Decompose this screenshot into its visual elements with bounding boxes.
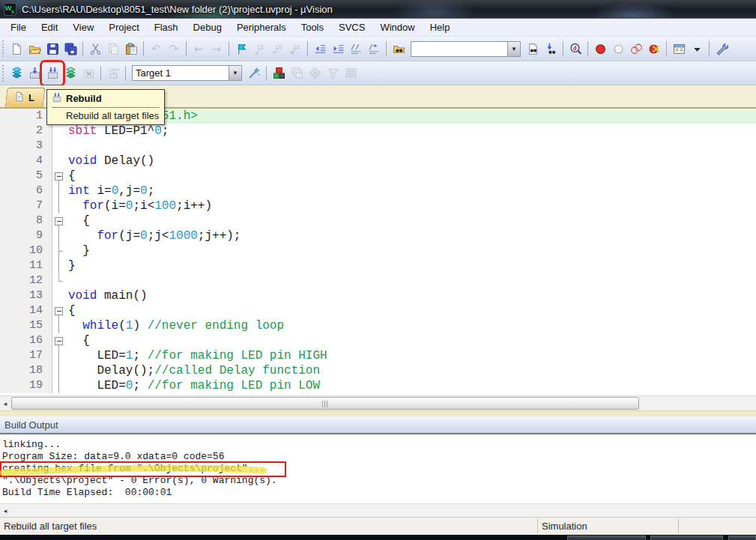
line-number: 10 xyxy=(0,243,52,258)
cut-icon[interactable] xyxy=(86,39,104,58)
fold-toggle-icon[interactable] xyxy=(52,169,65,183)
build-icon[interactable] xyxy=(25,64,43,83)
navigate-back-icon[interactable]: ← xyxy=(190,39,208,58)
fold-line xyxy=(52,288,65,303)
build-output-header: Build Output xyxy=(0,416,756,434)
target-combo[interactable]: Target 1▼ xyxy=(132,65,242,81)
svg-text:s: s xyxy=(11,8,14,15)
window-list-icon[interactable] xyxy=(670,39,688,58)
toolbar-grip[interactable] xyxy=(1,40,6,57)
diamond-icon[interactable] xyxy=(306,64,324,83)
scroll-left-button[interactable]: ◂ xyxy=(0,505,10,517)
search-combo-dropdown-button[interactable]: ▼ xyxy=(507,42,520,56)
menu-window[interactable]: Window xyxy=(372,19,422,35)
search-combo[interactable]: ▼ xyxy=(411,41,521,57)
code-editor[interactable]: 1#include <reg51.h>2sbit LED=P1^0;34void… xyxy=(0,109,756,395)
svg-text:LOAD: LOAD xyxy=(107,67,119,72)
menu-tools[interactable]: Tools xyxy=(294,19,331,35)
code-line-4: 4void Delay() xyxy=(0,154,756,169)
rebuild-icon[interactable] xyxy=(43,64,61,83)
disable-all-breakpoints-icon[interactable] xyxy=(627,39,645,58)
code-text: void main() xyxy=(65,288,148,303)
menu-file[interactable]: File xyxy=(3,19,34,35)
code-line-19: 19 LED=0; //for making LED pin LOW xyxy=(0,378,756,393)
fold-line xyxy=(52,273,65,288)
editor-tab-label: L xyxy=(28,92,34,103)
fold-toggle-icon[interactable] xyxy=(52,213,65,228)
target-combo-dropdown-button[interactable]: ▼ xyxy=(229,66,241,80)
menu-help[interactable]: Help xyxy=(423,19,458,35)
stop-build-icon[interactable] xyxy=(79,64,97,83)
new-file-icon[interactable] xyxy=(7,39,25,58)
fold-toggle-icon[interactable] xyxy=(52,333,65,348)
toolbar-separator xyxy=(186,41,187,56)
find-in-files-icon[interactable] xyxy=(390,39,408,58)
dropdown-arrow-icon[interactable] xyxy=(688,39,706,58)
editor-tab[interactable]: L xyxy=(5,88,46,107)
menu-flash[interactable]: Flash xyxy=(147,19,186,35)
code-text: { xyxy=(65,169,76,183)
indent-icon[interactable] xyxy=(329,39,347,58)
find-icon[interactable] xyxy=(524,39,542,58)
breakpoint-icon[interactable] xyxy=(591,39,609,58)
menu-edit[interactable]: Edit xyxy=(34,19,65,35)
patterned-box-icon[interactable] xyxy=(342,64,360,83)
build-output-pane[interactable]: linking...Program Size: data=9.0 xdata=0… xyxy=(0,436,756,503)
scroll-left-button[interactable]: ◂ xyxy=(0,397,10,410)
status-message: Rebuild all target files xyxy=(4,521,97,532)
build-output-title: Build Output xyxy=(4,419,58,431)
fold-line xyxy=(52,243,65,258)
menu-project[interactable]: Project xyxy=(101,19,146,35)
translate-icon[interactable] xyxy=(7,64,25,83)
undo-icon[interactable]: ↶ xyxy=(147,39,165,58)
menu-debug[interactable]: Debug xyxy=(186,19,229,35)
paste-icon[interactable] xyxy=(122,39,140,58)
scrollbar-thumb[interactable] xyxy=(11,397,639,410)
menu-svcs[interactable]: SVCS xyxy=(331,19,372,35)
comment-icon[interactable]: // xyxy=(347,39,365,58)
funnel-icon[interactable] xyxy=(324,64,342,83)
batch-build-icon[interactable] xyxy=(61,64,79,83)
kill-all-breakpoints-icon[interactable] xyxy=(645,39,663,58)
save-icon[interactable] xyxy=(43,39,61,58)
build-output-line-3: creating hex file from ".\Objects\projec… xyxy=(2,463,756,475)
code-line-13: 13void main() xyxy=(0,288,756,303)
code-text: { xyxy=(65,333,90,348)
previous-bookmark-icon[interactable] xyxy=(250,39,268,58)
unindent-icon[interactable] xyxy=(311,39,329,58)
copy-icon[interactable] xyxy=(104,39,122,58)
lookup-word-icon[interactable]: d xyxy=(566,39,584,58)
fold-toggle-icon[interactable] xyxy=(52,303,65,318)
code-line-11: 11} xyxy=(0,258,756,273)
uncomment-icon[interactable]: /* xyxy=(365,39,383,58)
debug-session-icon[interactable] xyxy=(270,64,288,83)
menu-peripherals[interactable]: Peripherals xyxy=(229,19,294,35)
code-line-10: 10 } xyxy=(0,243,756,258)
line-number: 12 xyxy=(0,273,52,288)
toolbar-grip[interactable] xyxy=(1,65,6,82)
code-line-16: 16 { xyxy=(0,333,756,348)
incremental-find-icon[interactable] xyxy=(542,39,560,58)
enable-disable-breakpoint-icon[interactable] xyxy=(609,39,627,58)
bookmark-icon[interactable] xyxy=(232,39,250,58)
code-line-3: 3 xyxy=(0,139,756,154)
navigate-forward-icon[interactable]: → xyxy=(208,39,226,58)
save-all-icon[interactable] xyxy=(61,39,79,58)
taskbar-button[interactable] xyxy=(650,536,723,540)
download-icon[interactable]: LOAD xyxy=(104,64,122,83)
redo-icon[interactable]: ↷ xyxy=(165,39,183,58)
cascade-windows-icon[interactable] xyxy=(288,64,306,83)
options-for-target-icon[interactable] xyxy=(245,64,263,83)
configure-wrench-icon[interactable] xyxy=(713,39,731,58)
search-combo-value xyxy=(411,42,507,56)
menu-view[interactable]: View xyxy=(65,19,101,35)
clear-bookmarks-icon[interactable] xyxy=(286,39,304,58)
taskbar-button[interactable] xyxy=(567,536,646,540)
code-lines: 1#include <reg51.h>2sbit LED=P1^0;34void… xyxy=(0,109,756,393)
code-text: void Delay() xyxy=(65,154,154,169)
next-bookmark-icon[interactable] xyxy=(268,39,286,58)
taskbar-button[interactable] xyxy=(728,536,756,540)
code-text xyxy=(65,139,68,154)
code-text: } xyxy=(65,243,90,258)
open-folder-icon[interactable] xyxy=(25,39,43,58)
